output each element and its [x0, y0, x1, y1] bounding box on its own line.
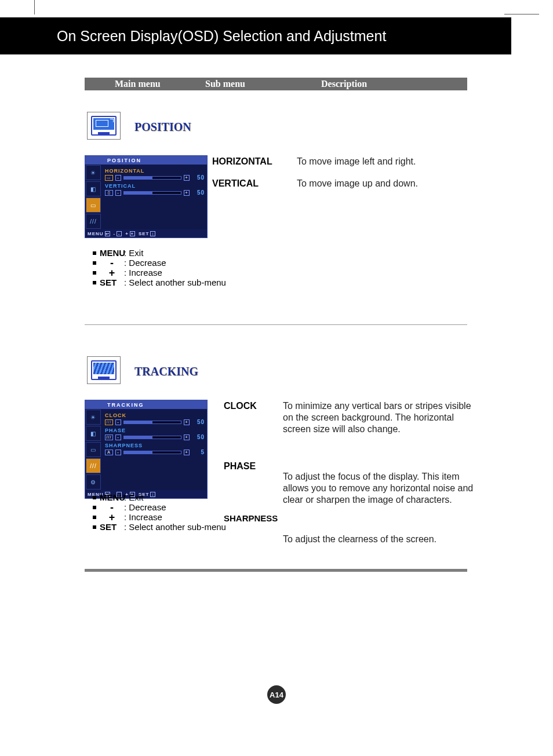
- minus-icon: -: [115, 450, 121, 455]
- page-number-badge: A14: [267, 685, 286, 704]
- bottom-divider: [85, 569, 467, 572]
- osd-sharpness-slider: A - + 5: [105, 449, 205, 455]
- sub-horizontal: HORIZONTAL: [212, 156, 272, 167]
- position-title: POSITION: [134, 120, 191, 134]
- minus-icon: -: [115, 419, 121, 425]
- desc-vertical: To move image up and down.: [297, 178, 482, 189]
- plus-icon: +: [184, 450, 190, 455]
- osd-clock-label: CLOCK: [105, 412, 205, 418]
- osd-title: TRACKING: [85, 400, 207, 409]
- plus-icon: +: [184, 434, 190, 440]
- crop-mark: [504, 14, 539, 14]
- legend-set-text: : Select another sub-menu: [124, 277, 226, 287]
- osd-sharpness-value: 5: [192, 449, 205, 455]
- minus-icon: -: [115, 434, 121, 440]
- phase-glyph-icon: ///: [105, 434, 113, 440]
- tracking-osd-panel: TRACKING ☀ ◧ ▭ /// ⚙ CLOCK /// - + 50 PH…: [85, 400, 208, 499]
- osd-clock-slider: /// - + 50: [105, 419, 205, 425]
- brightness-icon: ☀: [86, 165, 101, 180]
- osd-vertical-label: VERTICAL: [105, 183, 205, 189]
- desc-clock: To minimize any vertical bars or stripes…: [283, 400, 480, 461]
- plus-icon: +: [184, 190, 190, 196]
- osd-phase-value: 50: [192, 434, 205, 440]
- tracking-title: TRACKING: [134, 365, 198, 378]
- page-number: A14: [270, 691, 283, 699]
- minus-icon: -: [115, 190, 121, 196]
- tracking-submenu-col: CLOCK PHASE SHARPNESS: [224, 400, 278, 573]
- position-submenu-col: HORIZONTAL VERTICAL: [212, 156, 272, 200]
- page-title-bar: On Screen Display(OSD) Selection and Adj…: [0, 17, 511, 54]
- column-headers: Main menu Sub menu Description: [85, 78, 467, 90]
- minus-icon: -: [115, 175, 121, 181]
- position-legend: MENU: Exit -: Decrease +: Increase SET: …: [93, 248, 226, 287]
- setup-icon: ⚙: [86, 474, 101, 490]
- osd-sidebar-icons: ☀ ◧ ▭ ///: [85, 165, 101, 229]
- legend-set-key: SET: [100, 522, 124, 532]
- legend-minus-text: : Decrease: [124, 502, 166, 512]
- osd-title: POSITION: [85, 156, 207, 165]
- sub-vertical: VERTICAL: [212, 178, 272, 189]
- desc-sharpness: To adjust the clearness of the screen.: [283, 534, 480, 545]
- tracking-tab-icon: ///: [86, 214, 101, 229]
- vert-glyph-icon: ▯: [105, 190, 113, 196]
- legend-plus-text: : Increase: [124, 268, 162, 277]
- header-sub-menu: Sub menu: [205, 79, 245, 89]
- osd-phase-slider: /// - + 50: [105, 434, 205, 440]
- osd-footer: MENU↩ -- ++ SET↕: [85, 229, 207, 238]
- osd-vertical-slider: ▯ - + 50: [105, 189, 205, 196]
- legend-set-text: : Select another sub-menu: [124, 522, 226, 532]
- sub-phase: PHASE: [224, 461, 278, 472]
- osd-horizontal-label: HORIZONTAL: [105, 168, 205, 174]
- osd-horizontal-value: 50: [192, 174, 205, 181]
- legend-menu-key: MENU: [100, 492, 124, 502]
- crop-mark: [34, 0, 35, 14]
- plus-icon: +: [184, 419, 190, 425]
- legend-plus-key: +: [100, 513, 124, 521]
- legend-set-key: SET: [100, 277, 124, 287]
- position-osd-panel: POSITION ☀ ◧ ▭ /// HORIZONTAL ▭ - + 50 V…: [85, 155, 208, 238]
- osd-sidebar-icons: ☀ ◧ ▭ /// ⚙: [85, 409, 101, 490]
- legend-minus-text: : Decrease: [124, 258, 166, 268]
- osd-sharpness-label: SHARPNESS: [105, 443, 205, 448]
- legend-plus-key: +: [100, 269, 124, 277]
- page-title: On Screen Display(OSD) Selection and Adj…: [57, 28, 386, 45]
- footer-menu: MENU: [88, 231, 104, 236]
- footer-minus: -: [114, 231, 116, 236]
- legend-plus-text: : Increase: [124, 512, 162, 522]
- footer-set: SET: [139, 231, 150, 236]
- sharpness-glyph-icon: A: [105, 450, 113, 455]
- header-main-menu: Main menu: [115, 79, 161, 89]
- color-icon: ◧: [86, 181, 101, 196]
- tracking-icon: [87, 356, 121, 384]
- horiz-glyph-icon: ▭: [105, 175, 113, 181]
- legend-minus-key: -: [100, 259, 124, 267]
- sub-clock: CLOCK: [224, 400, 278, 412]
- clock-glyph-icon: ///: [105, 419, 113, 425]
- brightness-icon: ☀: [86, 410, 101, 425]
- tracking-desc-col: To minimize any vertical bars or stripes…: [283, 400, 480, 556]
- osd-vertical-value: 50: [192, 189, 205, 196]
- legend-menu-key: MENU: [100, 248, 124, 258]
- section-divider: [85, 324, 467, 325]
- position-tab-icon: ▭: [86, 442, 101, 457]
- legend-menu-text: : Exit: [124, 248, 143, 258]
- osd-clock-value: 50: [192, 419, 205, 425]
- footer-plus: +: [125, 231, 129, 236]
- osd-horizontal-slider: ▭ - + 50: [105, 174, 205, 181]
- position-desc-col: To move image left and right. To move im…: [297, 156, 482, 200]
- tracking-tab-icon: ///: [86, 458, 101, 473]
- legend-menu-text: : Exit: [124, 492, 143, 502]
- color-icon: ◧: [86, 426, 101, 441]
- tracking-legend: MENU: Exit -: Decrease +: Increase SET: …: [93, 492, 226, 532]
- desc-phase: To adjust the focus of the display. This…: [283, 471, 480, 523]
- position-icon: [87, 112, 121, 140]
- desc-horizontal: To move image left and right.: [297, 156, 482, 167]
- sub-sharpness: SHARPNESS: [224, 513, 278, 524]
- osd-phase-label: PHASE: [105, 428, 205, 433]
- legend-minus-key: -: [100, 503, 124, 512]
- position-tab-icon: ▭: [86, 198, 101, 213]
- plus-icon: +: [184, 175, 190, 181]
- header-description: Description: [321, 79, 367, 89]
